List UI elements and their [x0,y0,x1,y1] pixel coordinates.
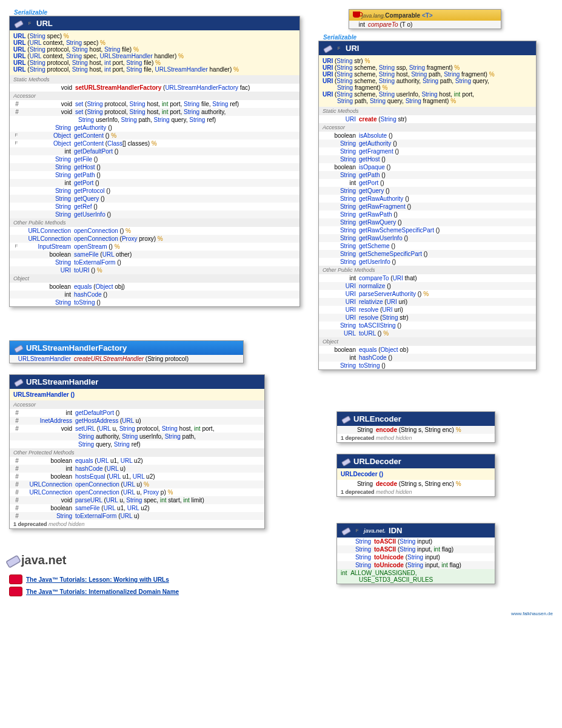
encoder-card: URLEncoder String encode (String s, Stri… [336,411,495,443]
final-marker: F [353,528,361,533]
other-protected-label: Other Protected Methods [10,448,264,457]
method-row: StringgetRawAuthority () [319,195,536,203]
method-row: URIparseServerAuthority () % [319,290,536,298]
decoder-ctor: URLDecoder () [337,468,495,480]
decoder-header: URLDecoder [337,454,495,468]
method-row: StringgetFile () [10,155,299,163]
decoder-card: URLDecoder URLDecoder () String decode (… [336,454,495,497]
static-methods-label: Static Methods [319,107,536,115]
bottle-icon [342,415,350,423]
method-row: URInormalize () [319,282,536,290]
decoder-title: URLDecoder [353,457,401,466]
method-row: StringgetPath () [10,171,299,179]
method-row: StringgetQuery () [10,195,299,203]
tutorial-link-2[interactable]: The Java™ Tutorials: Internationalized D… [9,587,300,596]
accessor-label: Accessor [319,123,536,132]
url-header: F URL [10,16,299,30]
encoder-header: URLEncoder [337,412,495,426]
constructor-row: URL (String protocol, String host, int p… [13,59,296,66]
tutorial-link-1[interactable]: The Java™ Tutorials: Lesson: Working wit… [9,575,300,584]
method-row: StringgetHost () [319,155,536,163]
method-row: StringgetRawPath () [319,211,536,218]
method-row: inthashCode () [319,354,536,362]
method-row: #booleanhostsEqual (URL u1, URL u2) [10,473,264,480]
method-row: StringgetQuery () [319,187,536,195]
method-row: StringgetSchemeSpecificPart () [319,250,536,258]
method-row: URLConnectionopenConnection () % [10,227,299,235]
factory-card: URLStreamHandlerFactory URLStreamHandler… [9,340,244,363]
other-methods-label: Other Public Methods [10,218,299,227]
method-row: StringtoASCIIString () [319,322,536,329]
method-row: String decode (String s, String enc) % [337,480,495,488]
deprecated-note: 1 deprecated method hidden [337,434,495,442]
handler-card: URLStreamHandler URLStreamHandler () Acc… [9,374,265,529]
serializable-label: Serializable [9,9,300,16]
method-row: URIcreate (String str) [319,115,536,123]
method-row: StringgetRef () [10,203,299,211]
method-row: StringtoASCII (String input) [337,538,495,545]
method-row: StringgetProtocol () [10,187,299,195]
method-row: StringgetFragment () [319,147,536,155]
method-row: StringgetRawFragment () [319,203,536,211]
comparable-card: java.lang.Comparable <T> int compareTo (… [349,9,501,29]
bottle-icon [7,553,20,567]
method-row: booleanequals (Object ob) [319,346,536,354]
method-row: #URLConnectionopenConnection (URL u) % [10,480,264,488]
method-row: URIrelativize (URI uri) [319,298,536,306]
method-row: inthashCode () [10,291,299,298]
static-methods-label: Static Methods [10,75,299,84]
bottle-icon [15,378,23,386]
method-row: StringgetScheme () [319,242,536,250]
method-row: booleanequals (Object obj) [10,283,299,291]
method-row: #voidsetURL (URL u, String protocol, Str… [10,425,264,433]
factory-header: URLStreamHandlerFactory [10,341,243,355]
constructor-row: URI (String scheme, String host, String … [323,71,532,78]
method-row: StringtoExternalForm () [10,258,299,266]
bottle-icon [324,44,332,53]
method-row: URIresolve (URI uri) [319,306,536,314]
attribution[interactable]: www.falkhausen.de [9,611,553,616]
uri-header: F URI [319,41,536,55]
method-row: StringtoString () [10,298,299,306]
final-marker: F [335,46,343,51]
constructor-row: URL (String protocol, String host, int p… [13,66,296,73]
method-row: #booleansameFile (URL u1, URL u2) [10,504,264,512]
constructor-row: URL (String spec) % [13,33,296,39]
accessor-label: Accessor [10,400,264,409]
method-row: StringgetRawQuery () [319,218,536,226]
deprecated-note: 1 deprecated method hidden [10,520,264,528]
method-row: int compareTo (T o) [349,21,501,29]
encoder-title: URLEncoder [353,414,401,423]
factory-title: URLStreamHandlerFactory [26,343,127,352]
constructor-row: URL (URL context, String spec, URLStream… [13,53,296,59]
method-row: URLConnectionopenConnection (Proxy proxy… [10,235,299,243]
idn-card: F java.net.IDN StringtoASCII (String inp… [336,523,495,584]
method-row: #URLConnectionopenConnection (URL u, Pro… [10,488,264,496]
method-row: #voidparseURL (URL u, String spec, int s… [10,496,264,504]
method-row: voidsetURLStreamHandlerFactory (URLStrea… [10,84,299,92]
method-row: URLtoURL () % [319,329,536,337]
method-row: StringtoASCII (String input, int flag) [337,545,495,553]
accessor-label: Accessor [10,92,299,100]
constructor-row: URL (String protocol, String host, Strin… [13,46,296,53]
deprecated-note: 1 deprecated method hidden [337,488,495,496]
method-row: StringgetAuthority () [10,124,299,132]
constructor-row: URI (String str) % [323,58,532,64]
method-row: StringgetRawSchemeSpecificPart () [319,226,536,234]
url-title: URL [36,19,53,28]
handler-ctor: URLStreamHandler () [10,389,264,400]
comparable-header: java.lang.Comparable <T> [349,10,501,21]
constructor-row: URL (URL context, String spec) % [13,39,296,46]
method-row: URLStreamHandler createURLStreamHandler … [10,355,243,363]
url-constructors: URL (String spec) %URL (URL context, Str… [10,30,299,75]
method-row: URIresolve (String str) [319,314,536,322]
bottle-icon [342,457,350,466]
handler-title: URLStreamHandler [26,377,98,386]
uri-title: URI [346,44,359,53]
url-card: F URL URL (String spec) %URL (URL contex… [9,16,300,307]
method-row: URItoURI () % [10,266,299,274]
method-row: StringtoUnicode (String input) [337,553,495,561]
object-label: Object [319,337,536,346]
method-row: StringgetUserInfo () [319,258,536,266]
method-row: String encode (String s, String enc) % [337,426,495,434]
